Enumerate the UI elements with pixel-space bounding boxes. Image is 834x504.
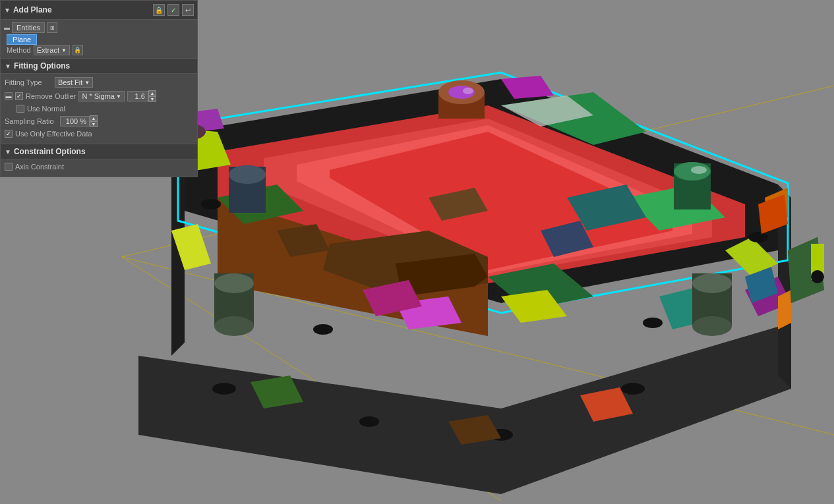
svg-marker-61 xyxy=(788,237,824,303)
axis-constraint-label: Axis Constraint xyxy=(15,163,64,171)
entities-grid-icon: ⊞ xyxy=(47,22,57,33)
remove-outlier-checkbox[interactable]: ✓ xyxy=(15,92,23,100)
fitting-type-row: Fitting Type Best Fit ▼ xyxy=(5,77,193,88)
method-dropdown[interactable]: Extract ▼ xyxy=(34,45,70,55)
svg-marker-68 xyxy=(541,221,593,257)
svg-line-1 xyxy=(122,86,834,257)
svg-marker-32 xyxy=(396,254,488,296)
plane-tag-row: Plane xyxy=(4,36,194,43)
svg-point-55 xyxy=(359,416,379,427)
sampling-ratio-label: Sampling Ratio xyxy=(5,117,57,125)
plane-tag: Plane xyxy=(7,34,37,45)
svg-marker-72 xyxy=(745,267,778,303)
remove-outlier-row: ▬ ✓ Remove Outlier N * Sigma ▼ 1.6 ▲ ▼ xyxy=(5,90,193,102)
sampling-down[interactable]: ▼ xyxy=(90,121,98,127)
svg-marker-5 xyxy=(185,79,778,303)
svg-marker-20 xyxy=(171,224,211,270)
svg-marker-17 xyxy=(488,264,593,310)
sigma-up[interactable]: ▲ xyxy=(148,90,156,96)
svg-marker-14 xyxy=(218,198,488,336)
svg-point-58 xyxy=(748,232,768,242)
constraint-options-header[interactable]: ▼ Constraint Options xyxy=(0,144,198,159)
svg-point-53 xyxy=(212,383,236,395)
method-lock-icon[interactable]: 🔒 xyxy=(73,45,83,55)
fitting-options-content: Fitting Type Best Fit ▼ ▬ ✓ Remove Outli… xyxy=(0,74,198,144)
title-bar: ▼ Add Plane 🔒 ✓ ↩ xyxy=(0,0,198,20)
svg-rect-63 xyxy=(811,244,824,280)
svg-marker-30 xyxy=(778,290,791,329)
svg-point-41 xyxy=(674,162,711,181)
sigma-mode-arrow: ▼ xyxy=(116,94,121,99)
sigma-mode-value: N * Sigma xyxy=(82,92,115,100)
svg-marker-69 xyxy=(429,188,488,221)
fitting-options-header[interactable]: ▼ Fitting Options xyxy=(0,59,198,74)
svg-marker-15 xyxy=(501,92,646,145)
svg-point-43 xyxy=(674,162,711,181)
constraint-options-arrow: ▼ xyxy=(5,148,11,155)
sampling-spinner[interactable]: ▲ ▼ xyxy=(90,115,98,127)
svg-marker-6 xyxy=(778,184,791,389)
use-only-effective-checkbox[interactable]: ✓ xyxy=(5,130,13,138)
sigma-value-input[interactable]: 1.6 xyxy=(127,91,148,101)
svg-point-50 xyxy=(438,80,485,104)
svg-point-56 xyxy=(621,383,645,395)
svg-marker-24 xyxy=(745,277,791,316)
svg-point-52 xyxy=(463,88,473,94)
svg-rect-42 xyxy=(674,163,711,210)
svg-line-3 xyxy=(122,257,501,501)
sigma-input-group: 1.6 ▲ ▼ xyxy=(127,90,156,102)
entities-collapse-icon: ▬ xyxy=(4,24,10,31)
sampling-value-input[interactable]: 100 % xyxy=(60,116,90,126)
axis-constraint-checkbox[interactable] xyxy=(5,163,13,171)
sigma-mode-dropdown[interactable]: N * Sigma ▼ xyxy=(78,91,124,101)
svg-marker-16 xyxy=(626,184,725,231)
svg-point-33 xyxy=(214,273,254,293)
fitting-type-arrow: ▼ xyxy=(84,80,90,86)
svg-marker-29 xyxy=(765,188,788,224)
svg-point-45 xyxy=(229,165,266,184)
svg-point-48 xyxy=(438,90,485,114)
svg-point-64 xyxy=(811,270,824,283)
use-normal-checkbox[interactable] xyxy=(16,105,24,113)
fitting-type-label: Fitting Type xyxy=(5,78,52,86)
use-only-effective-row: ✓ Use Only Effective Data xyxy=(5,130,193,138)
remove-outlier-label: Remove Outlier xyxy=(26,92,76,100)
sampling-ratio-row: Sampling Ratio 100 % ▲ ▼ xyxy=(5,115,193,127)
undo-button[interactable]: ↩ xyxy=(182,4,194,16)
svg-marker-67 xyxy=(277,224,330,257)
fitting-type-dropdown[interactable]: Best Fit ▼ xyxy=(55,77,93,88)
method-row: Method Extract ▼ 🔒 xyxy=(4,45,194,55)
svg-marker-4 xyxy=(138,323,791,494)
svg-marker-74 xyxy=(448,415,501,445)
svg-marker-75 xyxy=(580,387,633,422)
svg-marker-27 xyxy=(567,184,646,231)
svg-rect-49 xyxy=(438,92,485,119)
svg-rect-34 xyxy=(214,273,254,326)
svg-marker-28 xyxy=(659,283,725,329)
sampling-input-group: 100 % ▲ ▼ xyxy=(60,115,98,127)
lock-button[interactable]: 🔒 xyxy=(153,4,165,16)
svg-line-2 xyxy=(122,257,834,435)
svg-point-44 xyxy=(691,166,707,174)
svg-point-35 xyxy=(214,316,254,336)
constraint-options-title: Constraint Options xyxy=(14,147,86,156)
fitting-type-value: Best Fit xyxy=(58,78,82,86)
svg-point-40 xyxy=(692,273,732,293)
sigma-spinner[interactable]: ▲ ▼ xyxy=(148,90,156,102)
use-only-effective-label: Use Only Effective Data xyxy=(15,130,92,138)
use-normal-row: Use Normal xyxy=(5,105,193,113)
confirm-button[interactable]: ✓ xyxy=(167,4,179,16)
title-arrow-icon: ▼ xyxy=(4,7,11,14)
svg-marker-70 xyxy=(363,280,422,316)
svg-point-39 xyxy=(692,316,732,336)
remove-outlier-collapse[interactable]: ▬ xyxy=(5,92,13,100)
left-panel: ▼ Add Plane 🔒 ✓ ↩ ▬ Entities ⊞ Plane Met… xyxy=(0,0,198,177)
svg-marker-8 xyxy=(218,105,745,283)
entities-header: ▬ Entities ⊞ xyxy=(4,22,194,33)
sigma-down[interactable]: ▼ xyxy=(148,96,156,102)
sampling-up[interactable]: ▲ xyxy=(90,115,98,121)
svg-marker-12 xyxy=(178,72,788,313)
svg-point-51 xyxy=(448,86,475,99)
fitting-options-arrow: ▼ xyxy=(5,63,11,70)
use-normal-label: Use Normal xyxy=(27,105,65,113)
